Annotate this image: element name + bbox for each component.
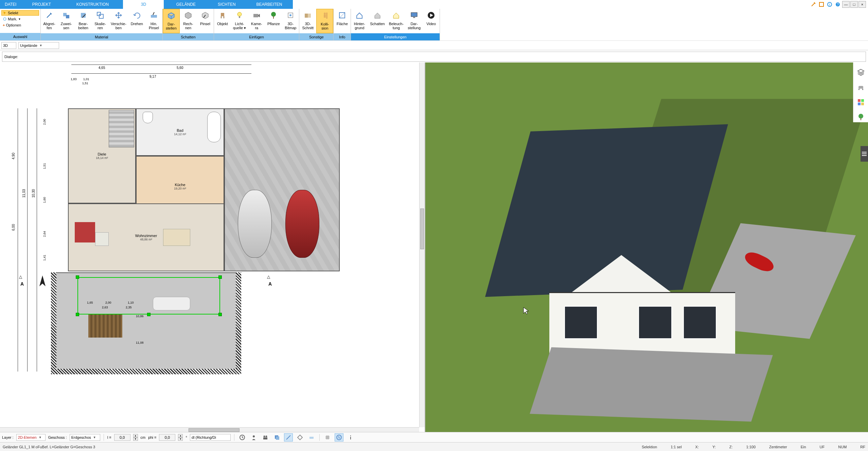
palette-icon[interactable] xyxy=(856,97,866,107)
svg-point-21 xyxy=(289,14,291,16)
hinpinsel-button[interactable]: Hin.Pinsel xyxy=(145,9,162,33)
scroll-thumb[interactable] xyxy=(420,209,424,249)
tool-icon[interactable] xyxy=(810,1,817,8)
plan-scrollbar-v[interactable] xyxy=(419,62,425,427)
drehen-button[interactable]: Drehen xyxy=(128,9,145,33)
hintergrund-button[interactable]: Hinter-grund xyxy=(351,9,368,33)
furniture-icon[interactable] xyxy=(856,82,866,92)
bulb-icon xyxy=(234,10,245,20)
brushback-icon xyxy=(149,10,159,20)
flaeche-button[interactable]: Fläche xyxy=(334,9,351,33)
darstellen-button[interactable]: Dar-stellen xyxy=(163,9,180,33)
l-label: l = xyxy=(107,435,111,439)
phi-input[interactable]: 0,0 xyxy=(159,434,175,441)
3dschnitt-label: 3D-Schnitt xyxy=(302,22,314,30)
geschoss-combo[interactable]: Erdgeschos▼ xyxy=(70,434,100,441)
pinsel-label: Pinsel xyxy=(200,22,210,26)
clock-icon[interactable] xyxy=(238,433,247,441)
plan-view[interactable]: 4,65 5,60 9,17 1,01 1,51 1,83 4,90 6,00 … xyxy=(0,62,425,433)
layer-bottom-combo[interactable]: 2D-Elemen▼ xyxy=(16,434,46,441)
wohn-area: 48,86 m² xyxy=(140,238,152,241)
flyout-tab[interactable] xyxy=(861,146,868,162)
dl-combo[interactable]: dl (Richtung/Di xyxy=(190,434,231,441)
verschieben-button[interactable]: Verschie-ben xyxy=(109,9,128,33)
tdim-f: 10,86 xyxy=(136,314,144,318)
house-bg-icon xyxy=(354,10,365,20)
lichtquelle-button[interactable]: Licht-quelle ▾ xyxy=(231,9,248,33)
tab-datei[interactable]: DATEI xyxy=(0,0,21,9)
rechnen-label: Rech-nen xyxy=(183,22,193,30)
n-mode-icon[interactable]: N xyxy=(335,433,343,441)
snap1-icon[interactable] xyxy=(284,433,293,441)
mark-button[interactable]: Mark.▼ xyxy=(1,16,39,22)
selection-handle[interactable] xyxy=(147,313,150,316)
tab-3d[interactable]: 3D xyxy=(123,0,164,9)
3d-view[interactable] xyxy=(425,62,868,433)
help-icon[interactable]: ? xyxy=(834,1,842,8)
selection-handle[interactable] xyxy=(218,313,222,316)
video-button[interactable]: Video xyxy=(423,9,440,33)
tab-projekt[interactable]: PROJEKT xyxy=(21,0,62,9)
section-icon xyxy=(303,10,313,20)
ribbon-group-auswahl: Selekt Mark.▼ +Optionen Auswahl xyxy=(0,9,41,40)
tab-sichten[interactable]: SICHTEN xyxy=(208,0,245,9)
svg-rect-26 xyxy=(326,13,327,19)
scroll-thumb[interactable] xyxy=(189,428,240,432)
layers-icon[interactable] xyxy=(856,67,866,77)
pflanze-label: Pflanze xyxy=(267,22,280,26)
objekt-button[interactable]: Objekt xyxy=(214,9,231,33)
schatten-setting-button[interactable]: Schatten xyxy=(368,9,387,33)
info-tool-icon[interactable] xyxy=(346,433,355,441)
layer-combo[interactable]: Urgelände▼ xyxy=(18,42,59,49)
layers-tool-icon[interactable] xyxy=(272,433,281,441)
selection-handle[interactable] xyxy=(76,275,79,279)
svg-rect-44 xyxy=(263,437,267,439)
status-uf: UF xyxy=(820,445,825,449)
minimize-button[interactable]: — xyxy=(842,1,850,8)
layer-bottom-value: 2D-Elemen xyxy=(18,435,37,439)
3dbitmap-button[interactable]: 3D-Bitmap xyxy=(282,9,299,33)
darstellung-button[interactable]: Dar-stellung xyxy=(406,9,423,33)
tab-konstruktion[interactable]: KONSTRUKTION xyxy=(62,0,123,9)
selection-handle[interactable] xyxy=(218,275,222,279)
close-button[interactable]: × xyxy=(858,1,866,8)
skalieren-button[interactable]: Skalie-ren xyxy=(92,9,109,33)
svg-rect-29 xyxy=(413,17,415,18)
beleuchtung-button[interactable]: Beleuch-tung xyxy=(387,9,406,33)
person-tool-icon[interactable] xyxy=(249,433,258,441)
zuweisen-button[interactable]: Zuwei-sen xyxy=(58,9,75,33)
phi-spinner[interactable]: ▲▼ xyxy=(178,434,183,441)
mode-combo[interactable]: 3D xyxy=(1,42,16,49)
window-icon[interactable] xyxy=(818,1,825,8)
optionen-button[interactable]: +Optionen xyxy=(1,22,39,28)
kamera-button[interactable]: Kame-ra xyxy=(248,9,265,33)
snap3-icon[interactable] xyxy=(307,433,316,441)
status-unit: Zentimeter xyxy=(769,445,787,449)
info-icon[interactable]: i xyxy=(826,1,833,8)
tree-side-icon[interactable] xyxy=(856,112,866,122)
status-x: X: xyxy=(695,445,699,449)
3dschnitt-button[interactable]: 3D-Schnitt xyxy=(299,9,316,33)
abgreifen-button[interactable]: Abgrei-fen xyxy=(41,9,58,33)
maximize-button[interactable]: □ xyxy=(850,1,858,8)
pinsel-button[interactable]: Pinsel xyxy=(197,9,214,33)
l-input[interactable]: 0,0 xyxy=(114,434,130,441)
3dbitmap-label: 3D-Bitmap xyxy=(285,22,296,30)
group-label-material: Material xyxy=(41,33,162,40)
edit-icon xyxy=(78,10,88,20)
pflanze-button[interactable]: Pflanze xyxy=(265,9,282,33)
grid-icon[interactable] xyxy=(323,433,332,441)
bearbeiten-button[interactable]: Bear-beiten xyxy=(75,9,92,33)
tab-bearbeiten[interactable]: BEARBEITEN xyxy=(245,0,293,9)
rechnen-button[interactable]: Rech-nen xyxy=(180,9,197,33)
tab-gelaende[interactable]: GELÄNDE xyxy=(164,0,208,9)
selekt-button[interactable]: Selekt xyxy=(1,10,39,16)
l-spinner[interactable]: ▲▼ xyxy=(133,434,138,441)
snap2-icon[interactable] xyxy=(296,433,304,441)
gable-3d xyxy=(567,255,676,296)
kollision-button[interactable]: Kolli-sion xyxy=(316,9,333,33)
selection-handle[interactable] xyxy=(76,313,79,316)
svg-rect-52 xyxy=(350,437,351,439)
group-tool-icon[interactable] xyxy=(261,433,270,441)
selection-box[interactable] xyxy=(77,277,220,314)
